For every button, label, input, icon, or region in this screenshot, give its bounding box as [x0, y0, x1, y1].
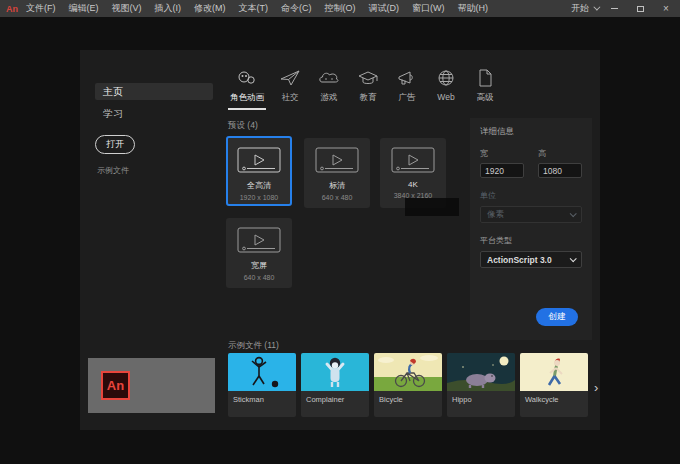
minimize-button[interactable] [604, 2, 624, 15]
preset-card-widescreen[interactable]: 宽屏 640 x 480 [226, 218, 292, 288]
game-icon [318, 68, 340, 88]
category-tabs: 角色动画 社交 游戏 教 [228, 68, 500, 110]
document-icon [474, 68, 496, 88]
globe-icon [435, 68, 457, 88]
titlebar: An 文件(F) 编辑(E) 视图(V) 插入(I) 修改(M) 文本(T) 命… [0, 0, 680, 17]
start-screen-panel: 主页 学习 打开 示例文件 An 角色动画 社交 [80, 50, 600, 430]
chevron-down-icon [593, 4, 600, 11]
preset-name: 全高清 [247, 180, 271, 191]
menubar: 文件(F) 编辑(E) 视图(V) 插入(I) 修改(M) 文本(T) 命令(C… [26, 2, 488, 15]
sidebar-samples-link[interactable]: 示例文件 [97, 165, 129, 176]
sample-name: Hippo [447, 391, 515, 404]
complainer-thumbnail [301, 353, 369, 391]
preset-name: 4K [408, 180, 418, 189]
samples-section-label: 示例文件 (11) [228, 340, 279, 352]
video-preset-icon [391, 147, 435, 175]
sidebar-learn-label: 学习 [103, 107, 123, 121]
tab-label: 广告 [399, 92, 416, 104]
tab-label: 高级 [477, 92, 494, 104]
video-preset-icon [237, 147, 281, 175]
menu-view[interactable]: 视图(V) [112, 2, 142, 15]
menu-commands[interactable]: 命令(C) [281, 2, 312, 15]
menu-window[interactable]: 窗口(W) [412, 2, 445, 15]
start-label: 开始 [571, 2, 589, 15]
create-button[interactable]: 创建 [536, 308, 578, 326]
sample-card-walkcycle[interactable]: Walkcycle [520, 353, 588, 417]
preset-name: 宽屏 [251, 260, 267, 271]
chevron-down-icon [570, 210, 577, 217]
start-workspace-switcher[interactable]: 开始 [571, 2, 598, 15]
video-preset-icon [237, 227, 281, 255]
sample-card-bicycle[interactable]: Bicycle [374, 353, 442, 417]
walkcycle-thumbnail [520, 353, 588, 391]
tab-social[interactable]: 社交 [275, 68, 305, 110]
tab-ads[interactable]: 广告 [392, 68, 422, 110]
animate-branding-card: An [88, 358, 215, 413]
menu-edit[interactable]: 编辑(E) [69, 2, 99, 15]
preset-size: 640 x 480 [322, 194, 353, 201]
tooltip-shadow-overlay [405, 198, 459, 216]
unit-value: 像素 [487, 209, 504, 221]
minimize-icon [611, 8, 618, 9]
platform-dropdown[interactable]: ActionScript 3.0 [480, 251, 582, 268]
menu-control[interactable]: 控制(O) [325, 2, 356, 15]
sidebar-home-label: 主页 [103, 85, 123, 99]
preset-name: 标清 [329, 180, 345, 191]
menu-modify[interactable]: 修改(M) [194, 2, 226, 15]
preset-size: 640 x 480 [244, 274, 275, 281]
samples-next-button[interactable]: › [594, 380, 598, 395]
sample-card-complainer[interactable]: Complainer [301, 353, 369, 417]
animate-logo-icon: An [0, 4, 26, 14]
chevron-down-icon [570, 255, 577, 262]
maximize-button[interactable] [630, 2, 650, 15]
preset-card-fullhd[interactable]: 全高清 1920 x 1080 [226, 136, 292, 206]
paper-plane-icon [279, 68, 301, 88]
sample-card-hippo[interactable]: Hippo [447, 353, 515, 417]
tab-advanced[interactable]: 高级 [470, 68, 500, 110]
preset-size: 1920 x 1080 [240, 194, 279, 201]
platform-type-label: 平台类型 [480, 235, 582, 246]
tab-game[interactable]: 游戏 [314, 68, 344, 110]
close-button[interactable]: × [656, 2, 676, 15]
platform-value: ActionScript 3.0 [487, 255, 552, 265]
tab-label: 游戏 [321, 92, 338, 104]
sample-card-stickman[interactable]: Stickman [228, 353, 296, 417]
sample-name: Complainer [301, 391, 369, 404]
graduation-cap-icon [357, 68, 379, 88]
menu-debug[interactable]: 调试(D) [369, 2, 400, 15]
maximize-icon [637, 6, 644, 12]
tab-label: Web [437, 92, 454, 102]
menu-file[interactable]: 文件(F) [26, 2, 56, 15]
tab-label: 教育 [360, 92, 377, 104]
sidebar-item-learn[interactable]: 学习 [95, 105, 213, 122]
animate-app-icon: An [101, 371, 130, 400]
height-label: 高 [538, 148, 582, 159]
preset-card-sd[interactable]: 标清 640 x 480 [304, 138, 370, 208]
stickman-thumbnail [228, 353, 296, 391]
video-preset-icon [315, 147, 359, 175]
sample-name: Bicycle [374, 391, 442, 404]
sample-name: Walkcycle [520, 391, 588, 404]
open-button[interactable]: 打开 [95, 135, 135, 154]
tab-label: 角色动画 [230, 92, 264, 104]
unit-label: 单位 [480, 190, 582, 201]
width-label: 宽 [480, 148, 524, 159]
menu-text[interactable]: 文本(T) [239, 2, 269, 15]
sidebar-item-home[interactable]: 主页 [95, 83, 213, 100]
details-panel: 详细信息 宽 高 单位 像素 平台类型 ActionScript 3.0 创建 [470, 118, 592, 340]
menu-help[interactable]: 帮助(H) [458, 2, 489, 15]
width-input[interactable] [480, 163, 524, 178]
megaphone-icon [396, 68, 418, 88]
details-title: 详细信息 [480, 126, 582, 138]
presets-section-label: 预设 (4) [228, 120, 258, 132]
tab-web[interactable]: Web [431, 68, 461, 110]
tab-education[interactable]: 教育 [353, 68, 383, 110]
unit-dropdown[interactable]: 像素 [480, 206, 582, 223]
tab-character-animation[interactable]: 角色动画 [228, 68, 266, 110]
hippo-thumbnail [447, 353, 515, 391]
tab-label: 社交 [282, 92, 299, 104]
sample-name: Stickman [228, 391, 296, 404]
character-icon [236, 68, 258, 88]
menu-insert[interactable]: 插入(I) [155, 2, 182, 15]
height-input[interactable] [538, 163, 582, 178]
